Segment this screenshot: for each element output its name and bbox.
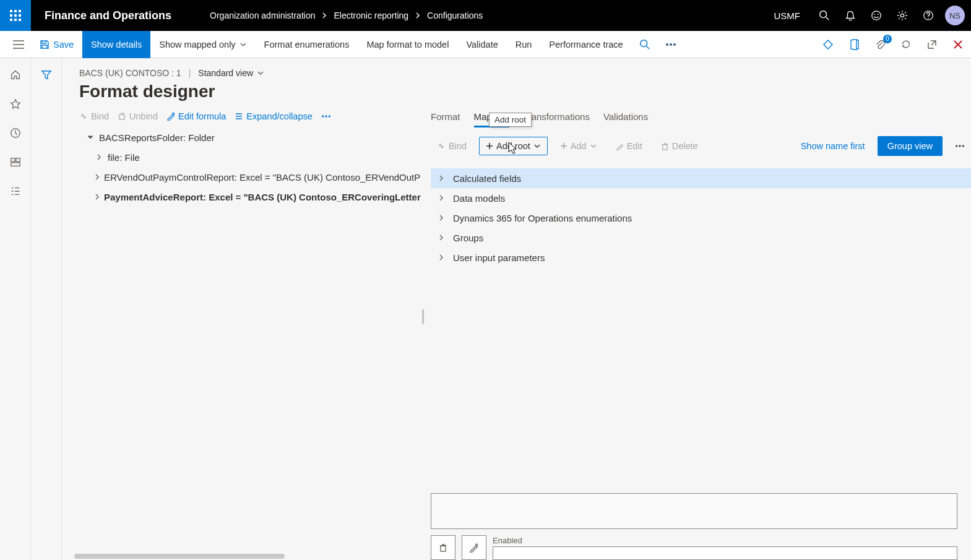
svg-rect-3 [10, 14, 12, 17]
splitter-handle[interactable] [421, 309, 425, 324]
delete-expression-button[interactable] [431, 535, 455, 560]
smiley-icon[interactable] [863, 0, 889, 31]
attachments-count-badge: 0 [883, 35, 892, 43]
list-item[interactable]: Groups [431, 228, 971, 248]
modules-icon[interactable] [10, 186, 21, 199]
performance-trace-button[interactable]: Performance trace [540, 31, 631, 58]
home-icon[interactable] [10, 69, 21, 82]
company-code[interactable]: USMF [763, 11, 812, 21]
svg-rect-23 [11, 163, 19, 166]
gear-icon[interactable] [889, 0, 915, 31]
expand-icon[interactable] [437, 213, 446, 222]
svg-point-13 [900, 14, 904, 17]
list-item[interactable]: Dynamics 365 for Operations enumerations [431, 208, 971, 228]
expand-icon[interactable] [437, 194, 446, 202]
app-title: Finance and Operations [31, 9, 185, 22]
show-details-button[interactable]: Show details [82, 31, 150, 58]
svg-rect-0 [10, 10, 12, 12]
separator: | [189, 68, 191, 78]
more-icon[interactable] [321, 114, 331, 118]
top-bar: Finance and Operations Organization admi… [0, 0, 971, 31]
refresh-icon[interactable] [893, 31, 919, 58]
action-bar: Save Show details Show mapped only Forma… [0, 31, 971, 58]
diamond-icon[interactable] [815, 31, 841, 58]
svg-point-15 [928, 18, 928, 19]
list-item[interactable]: User input parameters [431, 248, 971, 267]
svg-point-17 [666, 43, 668, 45]
show-name-first-button[interactable]: Show name first [795, 137, 871, 155]
format-tree-pane: Bind Unbind Edit formula Expand/collapse… [79, 111, 421, 560]
search-icon[interactable] [811, 0, 837, 31]
add-button: Add [554, 137, 603, 155]
expand-icon[interactable] [94, 152, 104, 162]
save-button[interactable]: Save [31, 31, 82, 58]
edit-button: Edit [610, 137, 649, 155]
expand-icon[interactable] [94, 192, 100, 202]
tab-transformations[interactable]: Transformations [523, 111, 590, 127]
edit-expression-button[interactable] [462, 535, 486, 560]
tree-row[interactable]: file: File [79, 147, 418, 167]
content-area: BACS (UK) CONTOSO : 1 | Standard view Fo… [62, 58, 971, 560]
enabled-input[interactable] [493, 546, 957, 560]
svg-rect-22 [15, 158, 19, 162]
svg-point-27 [329, 116, 330, 117]
office-icon[interactable] [841, 31, 867, 58]
expand-icon[interactable] [94, 172, 100, 182]
svg-point-11 [874, 14, 875, 15]
svg-point-10 [872, 11, 881, 20]
svg-point-26 [326, 116, 327, 117]
popout-icon[interactable] [919, 31, 945, 58]
group-view-button[interactable]: Group view [878, 136, 943, 156]
cursor-icon [506, 141, 519, 158]
svg-rect-1 [14, 10, 17, 12]
breadcrumb-item[interactable]: Configurations [427, 11, 483, 20]
view-dropdown[interactable]: Standard view [198, 68, 264, 78]
tree-row[interactable]: ERVendOutPaymControlReport: Excel = "BAC… [79, 167, 418, 187]
tree-row[interactable]: BACSReportsFolder: Folder [79, 127, 418, 147]
workspace-icon[interactable] [10, 157, 21, 170]
menu-icon[interactable] [6, 31, 31, 58]
clock-icon[interactable] [10, 127, 21, 140]
breadcrumb-item[interactable]: Organization administration [210, 11, 315, 20]
avatar[interactable]: NS [945, 6, 965, 25]
more-icon[interactable] [949, 140, 971, 152]
validate-button[interactable]: Validate [457, 31, 506, 58]
map-format-button[interactable]: Map format to model [358, 31, 457, 58]
format-enumerations-button[interactable]: Format enumerations [256, 31, 358, 58]
tooltip: Add root [489, 113, 532, 127]
tab-validations[interactable]: Validations [603, 111, 648, 127]
format-tree: BACSReportsFolder: Folder file: File ERV… [79, 127, 418, 207]
svg-point-16 [640, 40, 647, 46]
star-icon[interactable] [10, 98, 21, 111]
collapse-icon[interactable] [85, 132, 95, 142]
filter-icon[interactable] [41, 69, 52, 560]
svg-point-30 [959, 145, 960, 147]
list-item[interactable]: Calculated fields [431, 168, 971, 188]
search-action-icon[interactable] [632, 31, 658, 58]
expression-input[interactable] [431, 493, 957, 529]
breadcrumb-item[interactable]: Electronic reporting [334, 11, 408, 20]
expand-icon[interactable] [437, 174, 446, 183]
attachments-icon[interactable]: 0 [867, 31, 893, 58]
horizontal-scrollbar[interactable] [62, 554, 309, 560]
tab-format[interactable]: Format [431, 111, 460, 127]
svg-rect-24 [119, 114, 124, 119]
expand-icon[interactable] [437, 253, 446, 262]
svg-rect-21 [11, 158, 14, 162]
context-label: BACS (UK) CONTOSO : 1 [79, 68, 181, 78]
tree-row[interactable]: PaymentAdviceReport: Excel = "BACS (UK) … [79, 187, 418, 207]
expand-icon[interactable] [437, 233, 446, 242]
show-mapped-only-button[interactable]: Show mapped only [150, 31, 255, 58]
more-actions-icon[interactable] [658, 31, 684, 58]
run-button[interactable]: Run [507, 31, 541, 58]
data-source-list: Calculated fields Data models Dynamics 3… [431, 168, 971, 267]
edit-formula-button[interactable]: Edit formula [166, 111, 226, 121]
waffle-icon[interactable] [0, 0, 31, 31]
mapping-pane: Format Mapping Transformations Validatio… [421, 111, 971, 560]
expand-collapse-button[interactable]: Expand/collapse [235, 111, 312, 121]
close-icon[interactable] [945, 31, 971, 58]
bell-icon[interactable] [837, 0, 863, 31]
help-icon[interactable] [915, 0, 941, 31]
svg-rect-8 [19, 19, 21, 21]
list-item[interactable]: Data models [431, 188, 971, 208]
